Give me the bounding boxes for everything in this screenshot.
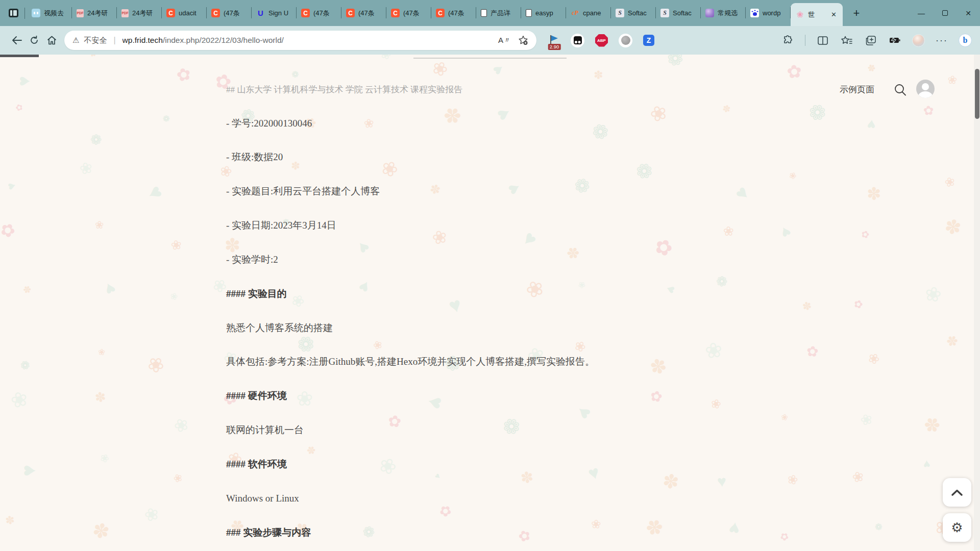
- home-icon: [47, 36, 57, 45]
- sakura-icon: ❀: [796, 10, 804, 19]
- avatar-body-icon: [918, 91, 933, 98]
- avatar-head-icon: [922, 83, 929, 90]
- browser-tab[interactable]: PDF 24考研: [117, 0, 162, 26]
- adblock-extension-button[interactable]: ABP: [595, 34, 608, 47]
- dark-reader-extension-button[interactable]: [571, 34, 584, 47]
- nav-menu-sample-page[interactable]: 示例页面: [840, 84, 874, 95]
- tab-title: (47条: [403, 9, 427, 18]
- browser-tab[interactable]: U Sign U: [252, 0, 297, 26]
- bing-chat-button[interactable]: b: [959, 34, 972, 47]
- favorites-star-icon: [841, 36, 852, 45]
- browser-tab[interactable]: 产品详: [476, 0, 521, 26]
- extensions-menu-button[interactable]: [781, 34, 794, 47]
- close-window-button[interactable]: ✕: [957, 0, 980, 26]
- profile-avatar[interactable]: [912, 34, 925, 47]
- moon-extension-button[interactable]: [619, 34, 632, 47]
- article-paragraph: Windows or Linux: [226, 493, 767, 504]
- browser-window: 视频去 PDF 24考研 PDF 24考研 C udacit C (47条 U …: [0, 0, 980, 551]
- site-search-button[interactable]: [894, 83, 907, 96]
- browser-tab[interactable]: 常规选: [701, 0, 746, 26]
- cpanel-icon: cP: [571, 9, 579, 17]
- toolbar-divider: [805, 35, 805, 46]
- browser-tab[interactable]: C (47条: [207, 0, 252, 26]
- article-paragraph: - 实验学时:2: [226, 254, 767, 265]
- add-favorite-icon[interactable]: [518, 35, 528, 45]
- article-paragraph: - 学号:202000130046: [226, 118, 767, 129]
- url-path: /index.php/2022/12/03/hello-world/: [163, 36, 284, 44]
- refresh-icon: [30, 36, 39, 45]
- softaculous-icon: S: [660, 9, 669, 17]
- new-tab-button[interactable]: +: [848, 5, 865, 22]
- tab-title: Sign U: [268, 9, 292, 17]
- window-controls: — ✕: [910, 0, 980, 26]
- csdn-icon: C: [301, 9, 310, 17]
- browser-tab[interactable]: 视频去: [27, 0, 72, 26]
- article-heading: #### 硬件环境: [226, 390, 767, 402]
- tab-title: easyp: [535, 9, 561, 17]
- browser-tab[interactable]: C (47条: [341, 0, 386, 26]
- url-text[interactable]: wp.frid.tech/index.php/2022/12/03/hello-…: [122, 36, 494, 45]
- dark-reader-icon: [574, 36, 582, 44]
- maximize-icon: [942, 10, 948, 16]
- tab-title: cpane: [583, 9, 606, 17]
- softaculous-icon: S: [616, 9, 624, 17]
- browser-tab[interactable]: easyp: [521, 0, 566, 26]
- tab-title: Softac: [628, 9, 651, 17]
- collections-button[interactable]: [864, 34, 877, 47]
- security-label[interactable]: 不安全: [84, 36, 107, 45]
- browser-tab[interactable]: ❀ 世 ✕: [791, 3, 843, 26]
- home-button[interactable]: [43, 32, 60, 49]
- tab-title: Softac: [673, 9, 696, 17]
- z-extension-button[interactable]: Z: [643, 35, 654, 46]
- browser-tab[interactable]: C (47条: [386, 0, 431, 26]
- page-scrollbar-thumb[interactable]: [975, 69, 979, 119]
- tab-actions-button[interactable]: [4, 4, 22, 22]
- post-title-text: ## 山东大学 计算机科学与技术 学院 云计算技术 课程实验报告: [226, 85, 767, 95]
- reading-progress-bar: [0, 55, 39, 57]
- tab-title: 视频去: [44, 9, 67, 18]
- tab-title: udacit: [179, 9, 202, 17]
- accessibility-settings-button[interactable]: ⚙: [943, 513, 971, 542]
- site-user-avatar[interactable]: [916, 80, 935, 98]
- tab-title: 世: [808, 10, 826, 19]
- csdn-icon: C: [211, 9, 220, 17]
- browser-tab[interactable]: PDF 24考研: [72, 0, 117, 26]
- scroll-to-top-button[interactable]: [943, 478, 971, 507]
- address-bar[interactable]: ⚠ 不安全 | wp.frid.tech/index.php/2022/12/0…: [64, 31, 536, 50]
- abp-icon: ABP: [595, 34, 608, 47]
- browser-tab[interactable]: cP cpane: [566, 0, 611, 26]
- browser-tab[interactable]: C (47条: [297, 0, 341, 26]
- doc-icon: [526, 9, 532, 17]
- refresh-button[interactable]: [26, 32, 43, 49]
- browser-tab[interactable]: S Softac: [656, 0, 701, 26]
- article-heading: ### 实验步骤与内容: [226, 527, 767, 538]
- favorites-button[interactable]: [840, 34, 853, 47]
- tab-list: 视频去 PDF 24考研 PDF 24考研 C udacit C (47条 U …: [27, 0, 843, 26]
- performance-button[interactable]: [888, 34, 901, 47]
- settings-more-button[interactable]: ···: [936, 38, 948, 43]
- maximize-button[interactable]: [933, 0, 957, 26]
- article-paragraph: - 班级:数据20: [226, 152, 767, 163]
- article-paragraph: 熟悉个人博客系统的搭建: [226, 322, 767, 334]
- article-paragraph: 联网的计算机一台: [226, 424, 767, 436]
- browser-tab[interactable]: C udacit: [162, 0, 207, 26]
- battery-icon: [889, 37, 900, 44]
- page-scrollbar-track[interactable]: [974, 55, 980, 551]
- browser-tab[interactable]: C (47条: [431, 0, 476, 26]
- browser-tab[interactable]: S Softac: [611, 0, 656, 26]
- csdn-icon: C: [391, 9, 400, 17]
- read-aloud-button[interactable]: A〃: [498, 36, 511, 45]
- tab-title: (47条: [448, 9, 472, 18]
- split-screen-button[interactable]: [816, 34, 829, 47]
- tab-title: 产品详: [491, 9, 517, 18]
- puzzle-icon: [782, 35, 793, 46]
- close-tab-icon[interactable]: ✕: [830, 11, 838, 18]
- flag-extension-button[interactable]: 2.90: [549, 34, 560, 46]
- csdn-icon: C: [436, 9, 445, 17]
- minimize-button[interactable]: —: [910, 0, 933, 26]
- avatar-anime-icon: [705, 9, 714, 17]
- toolbar-right-cluster: ··· b: [781, 34, 972, 47]
- browser-tab[interactable]: wordp: [746, 0, 791, 26]
- back-button[interactable]: [8, 32, 26, 49]
- extensions-row: 2.90 ABP Z: [549, 34, 654, 47]
